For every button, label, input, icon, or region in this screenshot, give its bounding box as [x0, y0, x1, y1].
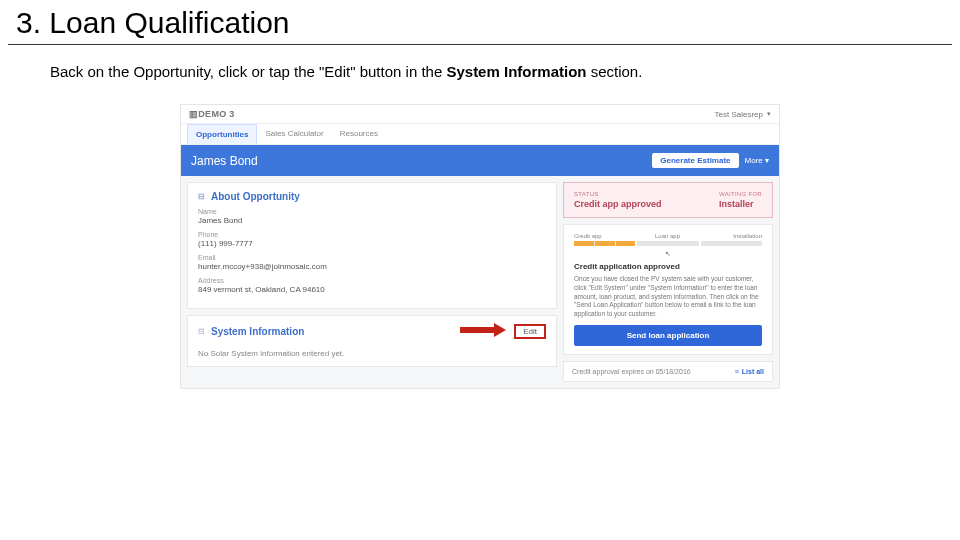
email-label: Email — [198, 254, 546, 261]
status-label: STATUS — [574, 191, 662, 197]
app-topbar: ▥DEMO 3 Test Salesrep ▾ — [181, 105, 779, 124]
app-logo: ▥DEMO 3 — [189, 109, 235, 119]
address-value: 849 vermont st, Oakland, CA 94610 — [198, 284, 546, 294]
section-heading: 3. Loan Qualification — [8, 0, 952, 45]
waiting-for-label: WAITING FOR — [719, 191, 762, 197]
about-opportunity-card: ⊟ About Opportunity Name James Bond Phon… — [187, 182, 557, 309]
credit-expiry-text: Credit approval expires on 05/18/2016 — [572, 368, 691, 375]
list-icon: ≡ — [735, 368, 739, 375]
list-all-label: List all — [742, 368, 764, 375]
collapse-icon[interactable]: ⊟ — [198, 327, 205, 336]
email-value: hunter.mccoy+938@joinmosaic.com — [198, 261, 546, 271]
opportunity-header: James Bond Generate Estimate More ▾ — [181, 145, 779, 176]
list-all-link[interactable]: ≡ List all — [735, 368, 764, 375]
address-label: Address — [198, 277, 546, 284]
system-information-card: ⊟ System Information Edit No Solar Syste… — [187, 315, 557, 367]
cursor-icon: ↖ — [574, 250, 762, 258]
tab-sales-calculator[interactable]: Sales Calculator — [257, 124, 331, 144]
chevron-down-icon: ▾ — [767, 110, 771, 118]
user-name: Test Salesrep — [715, 110, 763, 119]
progress-step-install: Installation — [733, 233, 762, 239]
more-menu[interactable]: More ▾ — [745, 156, 769, 165]
waiting-for-value: Installer — [719, 199, 762, 209]
tab-resources[interactable]: Resources — [332, 124, 386, 144]
instruction-paragraph: Back on the Opportunity, click or tap th… — [0, 45, 960, 80]
phone-label: Phone — [198, 231, 546, 238]
credit-expiry-row: Credit approval expires on 05/18/2016 ≡ … — [563, 361, 773, 382]
name-label: Name — [198, 208, 546, 215]
progress-title: Credit application approved — [574, 262, 762, 271]
status-card: STATUS Credit app approved WAITING FOR I… — [563, 182, 773, 218]
instruction-text-post: section. — [586, 63, 642, 80]
generate-estimate-button[interactable]: Generate Estimate — [652, 153, 738, 168]
progress-card: Credit app Loan app Installation ↖ Credi… — [563, 224, 773, 355]
tab-opportunities[interactable]: Opportunities — [187, 124, 257, 144]
embedded-screenshot: ▥DEMO 3 Test Salesrep ▾ Opportunities Sa… — [180, 104, 780, 389]
opportunity-name: James Bond — [191, 154, 258, 168]
collapse-icon[interactable]: ⊟ — [198, 192, 205, 201]
system-empty-message: No Solar System information entered yet. — [198, 349, 546, 358]
callout-arrow-icon — [460, 323, 508, 337]
instruction-text-strong: System Information — [446, 63, 586, 80]
status-value: Credit app approved — [574, 199, 662, 209]
main-content: ⊟ About Opportunity Name James Bond Phon… — [181, 176, 779, 388]
progress-body: Once you have closed the PV system sale … — [574, 275, 762, 319]
name-value: James Bond — [198, 215, 546, 225]
user-menu[interactable]: Test Salesrep ▾ — [715, 110, 771, 119]
about-title: About Opportunity — [211, 191, 300, 202]
send-loan-application-button[interactable]: Send loan application — [574, 325, 762, 346]
progress-step-loan: Loan app — [655, 233, 680, 239]
edit-system-button[interactable]: Edit — [514, 324, 546, 339]
progress-bar — [574, 241, 762, 246]
instruction-text-pre: Back on the Opportunity, click or tap th… — [50, 63, 446, 80]
phone-value: (111) 999-7777 — [198, 238, 546, 248]
progress-step-credit: Credit app — [574, 233, 602, 239]
nav-tabs: Opportunities Sales Calculator Resources — [181, 124, 779, 145]
